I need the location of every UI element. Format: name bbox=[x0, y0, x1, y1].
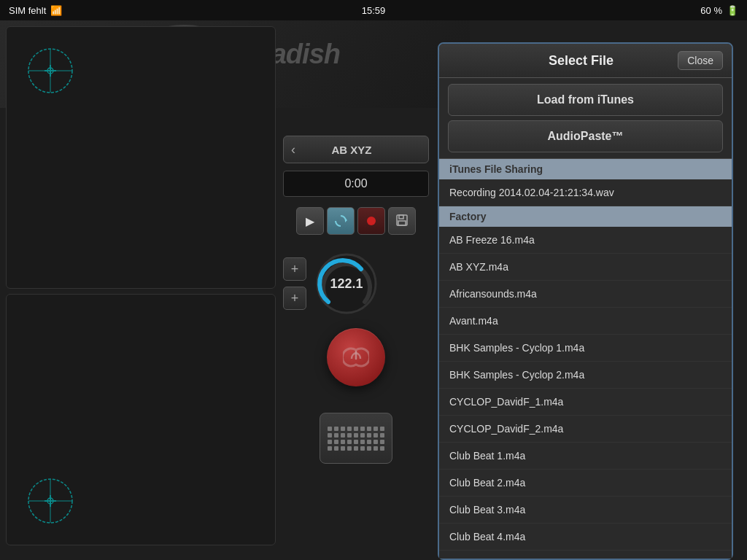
plus-button-1[interactable]: + bbox=[283, 257, 306, 281]
play-button[interactable]: ▶ bbox=[296, 207, 324, 235]
app-area: Turnadish bbox=[0, 20, 747, 560]
track-name: AB XYZ bbox=[331, 144, 371, 156]
time-value: 0:00 bbox=[344, 177, 367, 190]
grid-button[interactable] bbox=[320, 413, 392, 464]
battery-status: 60 % bbox=[700, 5, 722, 16]
bottom-left-panel bbox=[6, 294, 276, 545]
track-selector[interactable]: ‹ AB XYZ bbox=[283, 136, 429, 163]
list-item[interactable]: AB Freeze 16.m4a bbox=[439, 227, 732, 254]
sim-status: SIM fehlt bbox=[9, 5, 46, 16]
power-button[interactable] bbox=[327, 328, 385, 386]
list-item[interactable]: Club Beat 4.m4a bbox=[439, 524, 732, 551]
battery-icon: 🔋 bbox=[727, 5, 738, 16]
list-item[interactable]: Club Beat 2.m4a bbox=[439, 470, 732, 497]
save-button[interactable] bbox=[388, 207, 416, 235]
select-file-dialog: Select File Close Load from iTunes Audio… bbox=[438, 42, 733, 560]
list-item[interactable]: CYCLOP_DavidF_2.m4a bbox=[439, 416, 732, 443]
list-item[interactable]: BHK Samples - Cyclop 2.m4a bbox=[439, 362, 732, 389]
transport-controls: ▶ bbox=[296, 207, 416, 235]
bpm-value: 122.1 bbox=[330, 276, 363, 292]
file-list[interactable]: iTunes File SharingRecording 2014.02.04-… bbox=[439, 158, 732, 559]
record-button[interactable] bbox=[357, 207, 385, 235]
loop-button[interactable] bbox=[327, 207, 355, 235]
list-item[interactable]: Club Beat 5.m4a bbox=[439, 551, 732, 559]
status-bar: SIM fehlt 📶 15:59 60 % 🔋 bbox=[0, 0, 747, 20]
bpm-knob[interactable]: 122.1 bbox=[314, 251, 379, 316]
list-item[interactable]: Club Beat 1.m4a bbox=[439, 443, 732, 470]
list-item[interactable]: AB XYZ.m4a bbox=[439, 254, 732, 281]
wifi-icon: 📶 bbox=[50, 5, 62, 16]
status-time: 15:59 bbox=[362, 5, 386, 16]
list-item[interactable]: Avant.m4a bbox=[439, 308, 732, 335]
svg-marker-16 bbox=[345, 218, 347, 222]
top-left-panel bbox=[6, 26, 276, 289]
status-right: 60 % 🔋 bbox=[700, 5, 738, 16]
audio-paste-button[interactable]: AudioPaste™ bbox=[448, 120, 723, 152]
list-section-header: iTunes File Sharing bbox=[439, 159, 732, 179]
list-item[interactable]: BHK Samples - Cyclop 1.m4a bbox=[439, 335, 732, 362]
close-button[interactable]: Close bbox=[678, 51, 723, 70]
load-from-itunes-button[interactable]: Load from iTunes bbox=[448, 84, 723, 116]
svg-point-17 bbox=[367, 217, 376, 225]
list-item[interactable]: Recording 2014.02.04-21:21:34.wav bbox=[439, 179, 732, 206]
svg-rect-19 bbox=[399, 215, 403, 219]
crosshair-top-left[interactable] bbox=[21, 42, 80, 100]
track-prev-arrow[interactable]: ‹ bbox=[291, 142, 295, 158]
svg-rect-20 bbox=[398, 221, 406, 225]
status-left: SIM fehlt 📶 bbox=[9, 5, 62, 16]
list-item[interactable]: Club Beat 3.m4a bbox=[439, 497, 732, 524]
dialog-title: Select File bbox=[484, 53, 678, 69]
list-section-header: Factory bbox=[439, 206, 732, 227]
plus-button-2[interactable]: + bbox=[283, 287, 306, 310]
list-item[interactable]: Africansounds.m4a bbox=[439, 281, 732, 308]
time-display: 0:00 bbox=[283, 171, 429, 197]
list-item[interactable]: CYCLOP_DavidF_1.m4a bbox=[439, 389, 732, 416]
crosshair-bottom-left[interactable] bbox=[21, 472, 80, 530]
dialog-header: Select File Close bbox=[439, 44, 732, 78]
grid-dots bbox=[328, 427, 384, 451]
dialog-actions: Load from iTunes AudioPaste™ bbox=[439, 78, 732, 158]
